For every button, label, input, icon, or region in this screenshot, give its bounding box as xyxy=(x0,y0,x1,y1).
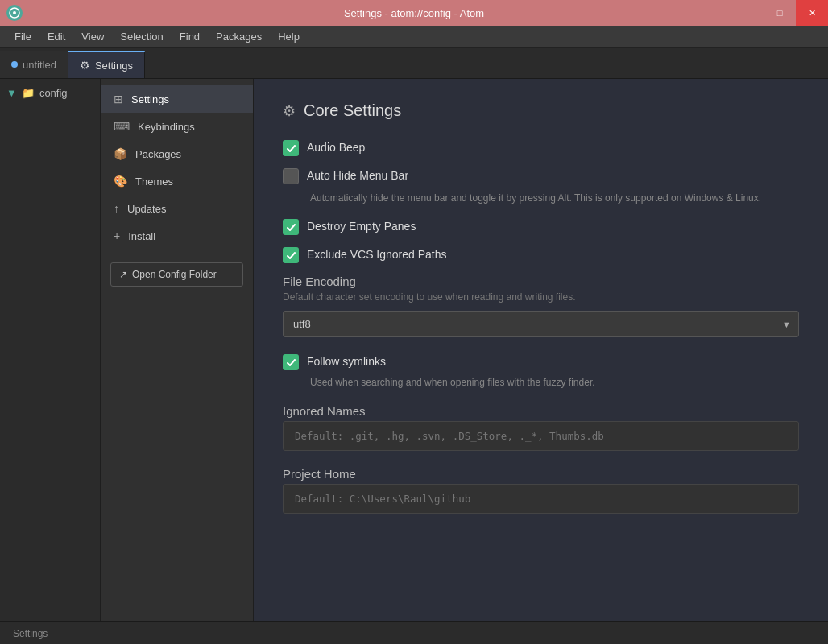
core-gear-icon: ⚙ xyxy=(283,102,296,120)
follow-symlinks-checkbox[interactable] xyxy=(283,354,299,370)
status-bar: Settings xyxy=(0,621,828,644)
settings-content: ⚙ Core Settings Audio Beep Auto Hide Men… xyxy=(254,79,828,621)
tree-item-config[interactable]: ▼ 📁 config xyxy=(0,84,100,102)
audio-beep-label: Audio Beep xyxy=(307,139,365,156)
project-home-section: Project Home Default: C:\Users\Raul\gith… xyxy=(283,467,799,514)
setting-follow-symlinks: Follow symlinks xyxy=(283,353,799,370)
follow-symlinks-description: Used when searching and when opening fil… xyxy=(310,377,799,388)
packages-icon: 📦 xyxy=(114,147,127,160)
exclude-vcs-label: Exclude VCS Ignored Paths xyxy=(307,246,447,263)
sidebar-item-updates[interactable]: ↑ Updates xyxy=(101,195,253,222)
project-home-input[interactable]: Default: C:\Users\Raul\github xyxy=(283,484,799,514)
auto-hide-label: Auto Hide Menu Bar xyxy=(307,167,408,184)
sidebar-item-settings[interactable]: ⊞ Settings xyxy=(101,85,253,113)
exclude-vcs-checkbox[interactable] xyxy=(283,247,299,263)
setting-destroy-empty-panes: Destroy Empty Panes xyxy=(283,218,799,235)
project-home-label: Project Home xyxy=(283,467,799,481)
file-encoding-select-wrap: utf8 utf16le utf16be ascii latin1 ▼ xyxy=(283,311,799,337)
atom-logo xyxy=(6,5,23,21)
setting-exclude-vcs: Exclude VCS Ignored Paths xyxy=(283,246,799,263)
minimize-button[interactable]: – xyxy=(731,0,764,26)
auto-hide-menu-bar-checkbox[interactable] xyxy=(283,168,299,184)
open-config-label: Open Config Folder xyxy=(132,269,217,280)
folder-icon: 📁 xyxy=(22,87,35,99)
sidebar-item-themes[interactable]: 🎨 Themes xyxy=(101,167,253,195)
auto-hide-description: Automatically hide the menu bar and togg… xyxy=(310,191,799,205)
tab-untitled-label: untitled xyxy=(23,59,56,71)
title-bar: Settings - atom://config - Atom – □ ✕ xyxy=(0,0,828,26)
tab-settings-label: Settings xyxy=(95,60,133,72)
setting-auto-hide-menu-bar: Auto Hide Menu Bar xyxy=(283,167,799,184)
file-tree: ▼ 📁 config xyxy=(0,79,101,621)
core-settings-title: ⚙ Core Settings xyxy=(283,101,799,120)
audio-beep-checkbox[interactable] xyxy=(283,140,299,156)
core-settings-heading: Core Settings xyxy=(304,101,401,120)
menu-packages[interactable]: Packages xyxy=(208,27,270,46)
sidebar-packages-label: Packages xyxy=(135,148,181,160)
file-encoding-select[interactable]: utf8 utf16le utf16be ascii latin1 xyxy=(283,311,799,337)
sidebar-keybindings-label: Keybindings xyxy=(138,121,195,133)
install-icon: + xyxy=(114,229,120,242)
tab-settings[interactable]: ⚙ Settings xyxy=(68,51,145,78)
ignored-names-input[interactable]: Default: .git, .hg, .svn, .DS_Store, ._*… xyxy=(283,421,799,451)
ignored-names-section: Ignored Names Default: .git, .hg, .svn, … xyxy=(283,404,799,451)
sidebar-updates-label: Updates xyxy=(127,203,166,215)
open-config-folder-button[interactable]: ↗ Open Config Folder xyxy=(110,262,243,287)
status-bar-label: Settings xyxy=(13,628,48,639)
sidebar-themes-label: Themes xyxy=(135,175,173,188)
tab-bar: untitled ⚙ Settings xyxy=(0,48,828,79)
window-title: Settings - atom://config - Atom xyxy=(344,7,484,19)
sidebar-settings-label: Settings xyxy=(131,93,169,105)
menu-edit[interactable]: Edit xyxy=(39,27,73,46)
menu-find[interactable]: Find xyxy=(172,27,208,46)
follow-symlinks-label: Follow symlinks xyxy=(307,353,386,370)
tab-modified-dot xyxy=(11,61,18,68)
collapse-icon: ▼ xyxy=(6,87,17,99)
sidebar-install-label: Install xyxy=(128,230,155,242)
menu-file[interactable]: File xyxy=(6,27,39,46)
settings-tab-icon: ⚙ xyxy=(80,59,90,72)
tree-item-label: config xyxy=(39,87,68,99)
destroy-empty-panes-checkbox[interactable] xyxy=(283,219,299,235)
settings-icon: ⊞ xyxy=(114,93,123,105)
destroy-empty-panes-label: Destroy Empty Panes xyxy=(307,218,416,235)
themes-icon: 🎨 xyxy=(114,175,127,188)
maximize-button[interactable]: □ xyxy=(764,0,796,26)
open-config-icon: ↗ xyxy=(119,269,127,280)
file-encoding-description: Default character set encoding to use wh… xyxy=(283,291,799,303)
keybindings-icon: ⌨ xyxy=(114,120,130,133)
sidebar-item-keybindings[interactable]: ⌨ Keybindings xyxy=(101,113,253,140)
updates-icon: ↑ xyxy=(114,202,119,215)
main-layout: ▼ 📁 config ⊞ Settings ⌨ Keybindings 📦 Pa… xyxy=(0,79,828,621)
menu-selection[interactable]: Selection xyxy=(112,27,171,46)
menu-help[interactable]: Help xyxy=(270,27,308,46)
sidebar-item-install[interactable]: + Install xyxy=(101,222,253,250)
ignored-names-label: Ignored Names xyxy=(283,404,799,418)
sidebar: ⊞ Settings ⌨ Keybindings 📦 Packages 🎨 Th… xyxy=(101,79,254,621)
window-controls: – □ ✕ xyxy=(731,0,828,26)
svg-point-1 xyxy=(13,11,16,14)
file-encoding-label: File Encoding xyxy=(283,275,799,288)
menu-view[interactable]: View xyxy=(73,27,112,46)
sidebar-item-packages[interactable]: 📦 Packages xyxy=(101,140,253,167)
menu-bar: File Edit View Selection Find Packages H… xyxy=(0,26,828,48)
close-button[interactable]: ✕ xyxy=(796,0,828,26)
setting-audio-beep: Audio Beep xyxy=(283,139,799,156)
file-encoding-section: File Encoding Default character set enco… xyxy=(283,275,799,337)
tab-untitled[interactable]: untitled xyxy=(0,51,68,78)
